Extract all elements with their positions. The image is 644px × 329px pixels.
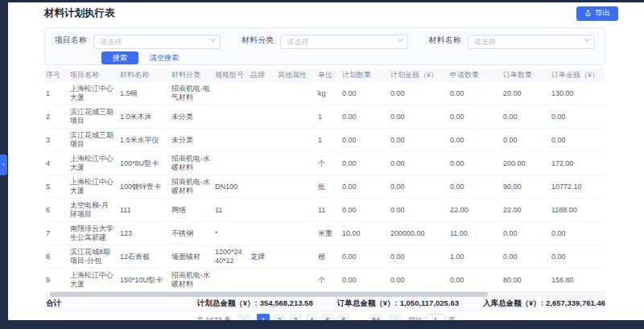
table-cell: 1.00	[448, 245, 502, 269]
table-cell: 10772.10	[550, 175, 605, 199]
column-header: 计划数量	[341, 68, 389, 82]
pager-page-4[interactable]: 4	[305, 314, 318, 320]
summary-item-label: 订单总金额（¥）:	[337, 298, 398, 309]
table-cell: 0.00	[448, 269, 502, 292]
table-row: 2滨江花城三期项目1.0米木床未分类10.000.000.000.000.00	[44, 105, 605, 129]
table-cell	[276, 222, 316, 245]
table-cell: 上海松江中心大厦	[68, 152, 118, 175]
material-category-input[interactable]	[280, 35, 407, 49]
table-cell: 200.00	[502, 152, 550, 175]
table-cell: 130.00	[550, 82, 605, 105]
table-cell	[249, 82, 276, 105]
table-cell: 太空电梯-月球项目	[68, 199, 118, 222]
pager-prev-button[interactable]: ‹	[237, 314, 250, 320]
table-cell: 0.00	[389, 175, 448, 199]
pager-page-3[interactable]: 3	[289, 314, 302, 320]
horizontal-scrollbar-thumb[interactable]	[50, 292, 488, 297]
table-cell: 滨江花城三期项目	[68, 129, 118, 152]
material-category-select[interactable]	[280, 33, 407, 47]
table-cell: 0.00	[502, 245, 550, 269]
row-index-cell: 5	[44, 175, 68, 199]
table-cell: 0.00	[341, 82, 389, 105]
row-index-cell: 4	[44, 152, 68, 175]
topbar: 材料计划执行表 导出	[8, 2, 644, 24]
table-cell: 招商机电-水暖材料	[170, 175, 213, 199]
pager-page-84[interactable]: 84	[369, 314, 382, 320]
table-cell: kg	[316, 82, 341, 105]
table-cell: 1	[316, 105, 341, 129]
column-header: 计划金额（¥）	[389, 68, 448, 82]
table-cell	[213, 105, 249, 129]
summary-total-label: 合计	[44, 298, 61, 309]
table-cell: 0.00	[502, 222, 550, 245]
table-cell: 90.00	[502, 175, 550, 199]
table-cell: 个	[316, 152, 341, 175]
table-cell: 0.00	[448, 152, 502, 175]
main-window: 材料计划执行表 导出 项目名称 材料分类	[8, 2, 644, 320]
search-button[interactable]: 搜索	[101, 51, 138, 64]
table-cell: 111	[118, 199, 170, 222]
table-cell	[276, 245, 316, 269]
table-cell	[276, 129, 316, 152]
filter-actions: 搜索 清空搜索	[101, 51, 595, 64]
table-cell: 0.00	[341, 175, 389, 199]
pager-page-1[interactable]: 1	[257, 314, 270, 320]
drawer-toggle[interactable]: ‹	[0, 154, 7, 175]
material-name-input[interactable]	[468, 35, 595, 49]
table-cell	[249, 269, 276, 292]
table-cell: 0.00	[389, 245, 448, 269]
table-cell: 1.5铜	[118, 82, 170, 105]
table-cell	[249, 175, 276, 199]
summary-item: 计划总金额（¥）:354,568,213.58	[197, 298, 313, 309]
table-cell	[276, 82, 316, 105]
filter-group-material-name: 材料名称	[429, 33, 595, 47]
column-header: 序号	[44, 68, 68, 82]
pager-page-5[interactable]: 5	[321, 314, 334, 320]
material-name-select[interactable]	[468, 33, 595, 47]
table-cell	[249, 152, 276, 175]
export-button[interactable]: 导出	[576, 6, 618, 21]
project-name-select[interactable]	[93, 33, 221, 47]
table-cell: 1.5米水平仪	[118, 129, 170, 152]
table-cell	[249, 199, 276, 222]
table-cell: 0.00	[550, 245, 605, 269]
table-cell: 123	[118, 222, 170, 245]
table-cell	[249, 129, 276, 152]
project-name-input[interactable]	[93, 35, 221, 49]
table-cell: 0.00	[448, 105, 502, 129]
table-cell: 100*8U型卡	[118, 152, 170, 175]
row-index-cell: 6	[44, 199, 68, 222]
table-cell: 招商机电-电气材料	[170, 82, 213, 105]
materials-table: 序号项目名称材料名称材料分类规格型号品牌其他属性单位计划数量计划金额（¥）申请数…	[44, 68, 605, 292]
table-cell	[213, 129, 249, 152]
table-cell: 0.00	[389, 129, 448, 152]
goto-page-input[interactable]	[426, 314, 445, 320]
table-cell: 0.00	[341, 199, 389, 222]
summary-item-value: 2,657,339,761.46	[546, 298, 605, 309]
pager-page-6[interactable]: 6	[337, 314, 350, 320]
summary-row: 合计 计划总金额（¥）:354,568,213.58订单总金额（¥）:1,050…	[44, 297, 605, 311]
table-cell: 未分类	[170, 129, 213, 152]
summary-item-value: 354,568,213.58	[260, 298, 313, 309]
table-cell: 0.00	[550, 129, 605, 152]
summary-item-label: 入库总金额（¥）:	[483, 298, 543, 309]
table-cell: 1	[316, 129, 341, 152]
table-cell: 0.00	[389, 269, 448, 292]
clear-search-button[interactable]: 清空搜索	[150, 51, 179, 64]
table-cell: 批	[316, 175, 341, 199]
table-cell: 滨江花城8期项目-分包	[68, 245, 118, 269]
table-body: 1上海松江中心大厦1.5铜招商机电-电气材料kg0.000.000.0020.0…	[44, 82, 605, 292]
table-cell: 0.00	[448, 82, 502, 105]
table-cell: 200000.00	[389, 222, 448, 245]
summary-item: 入库总金额（¥）:2,657,339,761.46	[483, 298, 605, 309]
summary-items: 计划总金额（¥）:354,568,213.58订单总金额（¥）:1,050,11…	[197, 298, 605, 309]
summary-item: 订单总金额（¥）:1,050,117,025.63	[337, 298, 459, 309]
filter-panel: 项目名称 材料分类 材料名称	[44, 27, 605, 65]
pager-next-button[interactable]: ›	[389, 314, 402, 320]
pager-pages: 123456...84	[257, 314, 382, 320]
table-cell: 172.00	[550, 152, 605, 175]
table-cell: 22.00	[448, 199, 502, 222]
pager-page-2[interactable]: 2	[273, 314, 286, 320]
table-area: 序号项目名称材料名称材料分类规格型号品牌其他属性单位计划数量计划金额（¥）申请数…	[8, 68, 644, 292]
goto-prefix-label: 前往	[408, 315, 423, 321]
